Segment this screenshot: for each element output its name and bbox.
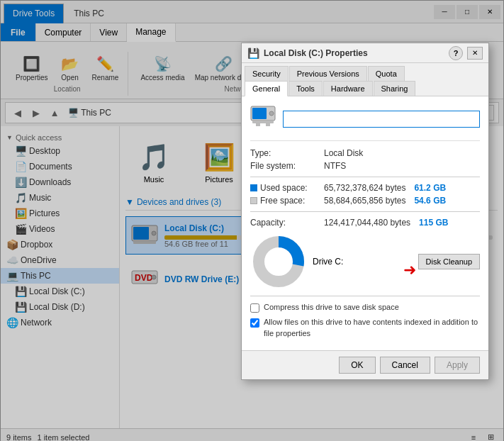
dialog-title: Local Disk (C:) Properties — [264, 48, 444, 58]
space-visual: Drive C: ➜ Disk Cleanup — [250, 233, 480, 290]
dialog-tab-hardware[interactable]: Hardware — [323, 81, 373, 96]
disk-cleanup-label: Disk Cleanup — [426, 257, 472, 266]
dialog-tab-hardware-label: Hardware — [331, 84, 365, 93]
capacity-bytes: 124,417,044,480 bytes — [324, 218, 410, 228]
apply-button[interactable]: Apply — [435, 357, 480, 374]
type-value: Local Disk — [324, 148, 363, 158]
dialog-tabs-row2: General Tools Hardware Sharing — [242, 81, 488, 96]
divider-1 — [250, 177, 480, 177]
fs-label: File system: — [250, 161, 321, 171]
disk-cleanup-section: ➜ Disk Cleanup — [418, 254, 480, 269]
used-bytes: 65,732,378,624 bytes — [324, 183, 405, 193]
dialog-tab-sharing[interactable]: Sharing — [374, 81, 416, 96]
dialog-tab-tools-label: Tools — [296, 84, 315, 93]
dialog-tab-quota[interactable]: Quota — [368, 66, 405, 81]
drive-label-row: Drive C: — [313, 257, 343, 267]
compress-label[interactable]: Compress this drive to save disk space — [264, 302, 399, 313]
divider-2 — [250, 211, 480, 212]
used-gb: 61.2 GB — [414, 183, 446, 193]
divider-3 — [250, 296, 480, 296]
dialog-header — [250, 104, 480, 141]
dialog-tab-general[interactable]: General — [245, 81, 288, 96]
index-label[interactable]: Allow files on this drive to have conten… — [264, 317, 480, 339]
dialog-row-used: Used space: 65,732,378,624 bytes 61.2 GB — [250, 183, 480, 193]
used-color-box — [250, 184, 257, 191]
drive-cleanup-area: Drive C: — [313, 257, 413, 267]
compress-checkbox[interactable] — [250, 303, 259, 313]
dialog-drive-icon: 💾 — [247, 48, 259, 59]
dialog-tab-quota-label: Quota — [376, 69, 397, 78]
disk-cleanup-button[interactable]: Disk Cleanup — [418, 254, 480, 269]
dialog-row-fs: File system: NTFS — [250, 161, 480, 171]
arrow-icon: ➜ — [403, 261, 416, 279]
ok-label: OK — [351, 360, 363, 370]
dialog-tab-security-label: Security — [252, 69, 281, 78]
dialog-close-button[interactable]: ✕ — [467, 47, 483, 60]
checkbox-index: Allow files on this drive to have conten… — [250, 317, 480, 339]
dialog-tab-general-label: General — [252, 84, 280, 93]
apply-label: Apply — [447, 360, 468, 370]
dialog-title-bar: 💾 Local Disk (C:) Properties ? ✕ — [242, 43, 488, 63]
free-bytes: 58,684,665,856 bytes — [324, 196, 405, 206]
capacity-gb: 115 GB — [419, 218, 448, 228]
drive-label: Drive C: — [313, 257, 343, 267]
svg-rect-15 — [256, 123, 260, 126]
dialog-help-button[interactable]: ? — [449, 46, 463, 60]
dialog-tab-prev-versions-label: Previous Versions — [297, 69, 359, 78]
used-label: Used space: — [260, 183, 308, 193]
dialog-body: Type: Local Disk File system: NTFS Used … — [242, 96, 488, 350]
dialog-row-free: Free space: 58,684,665,856 bytes 54.6 GB — [250, 196, 480, 206]
dialog-tab-sharing-label: Sharing — [381, 84, 408, 93]
svg-rect-12 — [252, 108, 267, 119]
svg-point-13 — [269, 111, 274, 116]
svg-rect-14 — [252, 121, 274, 123]
dialog-row-type: Type: Local Disk — [250, 148, 480, 158]
disk-name-input[interactable] — [283, 111, 480, 128]
checkbox-compress: Compress this drive to save disk space — [250, 302, 480, 313]
ok-button[interactable]: OK — [339, 357, 375, 374]
dialog-row-capacity: Capacity: 124,417,044,480 bytes 115 GB — [250, 218, 480, 228]
cancel-label: Cancel — [392, 360, 418, 370]
index-checkbox[interactable] — [250, 318, 259, 328]
donut-svg — [250, 233, 307, 290]
free-gb: 54.6 GB — [414, 196, 446, 206]
free-label: Free space: — [260, 196, 305, 206]
used-label-container: Used space: — [250, 183, 321, 193]
properties-dialog: 💾 Local Disk (C:) Properties ? ✕ Securit… — [241, 43, 489, 380]
dialog-drive-large-icon — [250, 104, 276, 135]
dialog-footer: OK Cancel Apply — [242, 350, 488, 379]
capacity-label: Capacity: — [250, 218, 321, 228]
free-color-box — [250, 197, 257, 204]
dialog-tab-prev-versions[interactable]: Previous Versions — [289, 66, 367, 81]
type-label: Type: — [250, 148, 321, 158]
dialog-tab-tools[interactable]: Tools — [289, 81, 323, 96]
dialog-tab-security[interactable]: Security — [245, 66, 289, 81]
cancel-button[interactable]: Cancel — [380, 357, 430, 374]
svg-rect-16 — [266, 123, 270, 126]
donut-chart — [250, 233, 307, 290]
free-label-container: Free space: — [250, 196, 321, 206]
fs-value: NTFS — [324, 161, 346, 171]
dialog-tabs-row1: Security Previous Versions Quota — [242, 63, 488, 82]
